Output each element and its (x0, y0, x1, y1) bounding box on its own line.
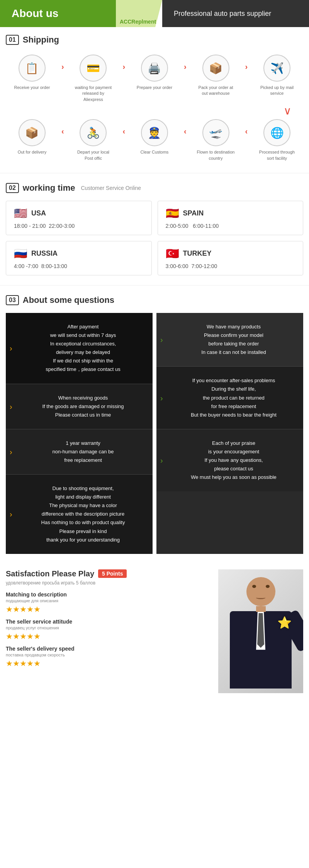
step-receive: 📋 Receive your order (13, 55, 51, 91)
shipping-section: 01 Shipping 📋 Receive your order › 💳 wai… (0, 27, 309, 171)
question-text-1: After payment we will send out within 7 … (46, 324, 121, 372)
arrow-right-3: › (160, 454, 163, 467)
working-time-section: 02 working time Customer Service Online … (0, 175, 309, 283)
arrow-left-2: › (10, 400, 12, 413)
arrow-4: › (245, 55, 248, 71)
working-time-title: 02 working time Customer Service Online (6, 183, 303, 193)
working-grid: 🇺🇸 USA 18:00 - 21:00 22:00-3:00 🇪🇸 SPAIN… (6, 201, 303, 275)
questions-label: About some questions (23, 295, 114, 305)
country-spain: 🇪🇸 SPAIN 2:00-5:00 6:00-11:00 (158, 201, 304, 235)
questions-title: 03 About some questions (6, 295, 303, 305)
header-title-text: About us (12, 7, 58, 20)
question-item-2: › When receiving goods If the goods are … (6, 384, 153, 429)
satisfaction-section: Satisfaction Please Play 5 Points удовле… (0, 562, 309, 701)
satisfaction-title: Satisfaction Please Play 5 Points (6, 569, 211, 578)
arrow-5: ‹ (61, 119, 64, 136)
questions-num: 03 (6, 295, 19, 305)
satisfaction-title-text: Satisfaction Please Play (6, 569, 94, 578)
arrow-left-4: › (10, 507, 12, 521)
step-flown: 🛫 Flown to destination country (197, 119, 235, 161)
tagline: Professional auto parts supplier (162, 0, 309, 27)
question-text-3: 1 year warranty non-human damage can be … (52, 440, 114, 463)
country-name-usa: USA (31, 209, 46, 217)
country-name-turkey: TURKEY (183, 249, 212, 258)
rating-service: The seller service attitude продавец усл… (6, 619, 211, 641)
turn-arrow: ∨ (6, 104, 303, 117)
working-sub: Customer Service Online (81, 185, 141, 191)
step-customs: 👮 Clear Customs (135, 119, 174, 155)
flag-turkey: 🇹🇷 (166, 247, 179, 260)
arrow-right-2: › (160, 391, 163, 405)
stars-delivery: ★★★★★ (6, 659, 211, 668)
arrow-left-3: › (10, 445, 12, 458)
time-russia: 4:00 -7:00 8:00-13:00 (14, 263, 144, 269)
points-badge: 5 Points (98, 569, 127, 578)
time-spain: 2:00-5:00 6:00-11:00 (166, 223, 295, 229)
country-usa: 🇺🇸 USA 18:00 - 21:00 22:00-3:00 (6, 201, 152, 235)
arrow-1: › (61, 55, 64, 71)
question-item-4: › Due to shooting equipment, light and d… (6, 475, 153, 554)
flag-usa: 🇺🇸 (14, 207, 27, 220)
working-num: 02 (6, 183, 19, 193)
step-depart: 🚴 Depart your local Post offic (74, 119, 112, 161)
question-item-r1: › We have many products Please confirm y… (156, 313, 303, 367)
arrow-6: ‹ (122, 119, 125, 136)
shipping-title: 01 Shipping (6, 35, 303, 45)
working-label: working time (23, 183, 75, 193)
question-item-1: › After payment we will send out within … (6, 313, 153, 384)
arrow-left-1: › (10, 342, 12, 355)
step-payment: 💳 waiting for payment released by Aliexp… (74, 55, 112, 103)
question-item-r2: › If you encounter after-sales problems … (156, 367, 303, 429)
question-text-r2: If you encounter after-sales problems Du… (191, 378, 277, 417)
question-text-r3: Each of your praise is your encouragemen… (191, 440, 277, 480)
shipping-row-1: 📋 Receive your order › 💳 waiting for pay… (6, 53, 303, 104)
time-usa: 18:00 - 21:00 22:00-3:00 (14, 223, 144, 229)
question-item-r3: › Each of your praise is your encouragem… (156, 429, 303, 491)
question-item-3: › 1 year warranty non-human damage can b… (6, 429, 153, 475)
shipping-row-2: 📦 Out for delivery ‹ 🚴 Depart your local… (6, 117, 303, 163)
question-text-2: When receiving goods If the goods are da… (42, 395, 124, 418)
arrow-8: ‹ (245, 119, 248, 136)
page-header: About us ACCReplment Professional auto p… (0, 0, 309, 27)
arrow-3: › (184, 55, 187, 71)
about-us-title: About us (0, 0, 116, 27)
question-text-4: Due to shooting equipment, light and dis… (41, 485, 125, 543)
question-text-r1: We have many products Please confirm you… (201, 324, 266, 355)
satisfaction-right: ⭐ (218, 569, 303, 693)
stars-description: ★★★★★ (6, 605, 211, 614)
rating-delivery: The seller's delivery speed поставка про… (6, 646, 211, 668)
arrow-7: ‹ (184, 119, 187, 136)
country-name-russia: RUSSIA (31, 249, 58, 258)
satisfaction-left: Satisfaction Please Play 5 Points удовле… (6, 569, 211, 693)
questions-grid: › After payment we will send out within … (6, 313, 303, 554)
arrow-right-1: › (160, 333, 163, 346)
flag-russia: 🇷🇺 (14, 247, 27, 260)
country-turkey: 🇹🇷 TURKEY 3:00-6:00 7:00-12:00 (158, 241, 304, 275)
step-pickup: ✈️ Picked up by mail service (258, 55, 296, 97)
shipping-num: 01 (6, 35, 19, 45)
country-name-spain: SPAIN (183, 209, 204, 217)
time-turkey: 3:00-6:00 7:00-12:00 (166, 263, 295, 269)
questions-section: 03 About some questions › After payment … (0, 287, 309, 562)
questions-right-panel: › We have many products Please confirm y… (156, 313, 303, 554)
shipping-label: Shipping (23, 35, 59, 45)
step-sort: 🌐 Processed through sort facility (258, 119, 296, 161)
questions-left-panel: › After payment we will send out within … (6, 313, 153, 554)
flag-spain: 🇪🇸 (166, 207, 179, 220)
step-outdelivery: 📦 Out for delivery (13, 119, 51, 155)
satisfaction-subtitle: удовлетворение просьба играть 5 баллов (6, 580, 211, 586)
country-russia: 🇷🇺 RUSSIA 4:00 -7:00 8:00-13:00 (6, 241, 152, 275)
stars-service: ★★★★★ (6, 632, 211, 641)
step-pack: 📦 Pack your order at out warehouse (197, 55, 235, 97)
arrow-2: › (122, 55, 125, 71)
step-prepare: 🖨️ Prepare your order (135, 55, 174, 91)
brand-name: ACCReplment (116, 0, 162, 27)
rating-description: Matching to description подщающие для оп… (6, 591, 211, 614)
